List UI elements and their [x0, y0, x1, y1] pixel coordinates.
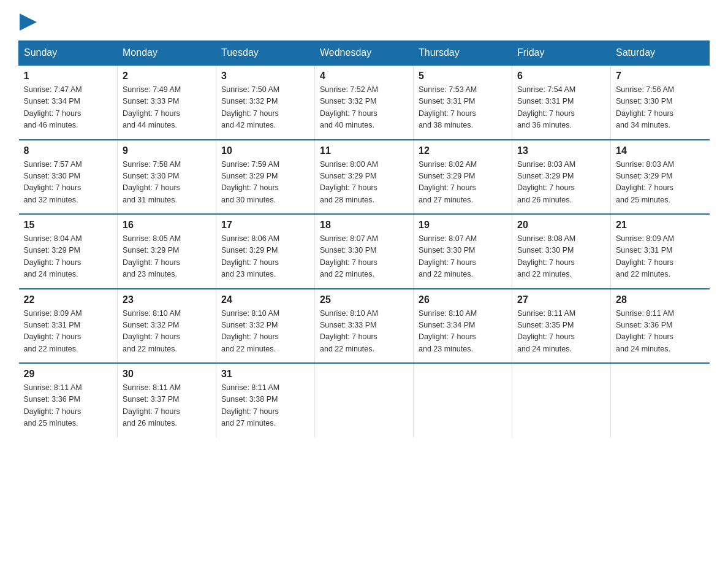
day-number: 31: [221, 369, 309, 380]
calendar-cell: 27Sunrise: 8:11 AM Sunset: 3:35 PM Dayli…: [512, 289, 611, 364]
calendar-cell: 28Sunrise: 8:11 AM Sunset: 3:36 PM Dayli…: [611, 289, 710, 364]
day-number: 4: [320, 71, 408, 82]
day-number: 8: [24, 145, 113, 156]
calendar-cell: 21Sunrise: 8:09 AM Sunset: 3:31 PM Dayli…: [611, 214, 710, 289]
day-number: 15: [24, 220, 113, 231]
calendar-cell: [315, 363, 414, 437]
calendar-cell: 17Sunrise: 8:06 AM Sunset: 3:29 PM Dayli…: [216, 214, 315, 289]
day-info: Sunrise: 8:10 AM Sunset: 3:32 PM Dayligh…: [123, 308, 211, 356]
calendar-cell: 31Sunrise: 8:11 AM Sunset: 3:38 PM Dayli…: [216, 363, 315, 437]
weekday-header-sunday: Sunday: [19, 41, 118, 66]
calendar-cell: 5Sunrise: 7:53 AM Sunset: 3:31 PM Daylig…: [414, 65, 512, 140]
calendar-cell: 4Sunrise: 7:52 AM Sunset: 3:32 PM Daylig…: [315, 65, 414, 140]
day-number: 17: [221, 220, 309, 231]
calendar-cell: 15Sunrise: 8:04 AM Sunset: 3:29 PM Dayli…: [19, 214, 118, 289]
day-info: Sunrise: 7:49 AM Sunset: 3:33 PM Dayligh…: [123, 84, 211, 132]
calendar-cell: 7Sunrise: 7:56 AM Sunset: 3:30 PM Daylig…: [611, 65, 710, 140]
weekday-header-row: SundayMondayTuesdayWednesdayThursdayFrid…: [19, 41, 710, 66]
calendar-cell: 26Sunrise: 8:10 AM Sunset: 3:34 PM Dayli…: [414, 289, 512, 364]
logo-triangle-icon: [20, 13, 37, 31]
day-number: 24: [221, 294, 309, 305]
day-info: Sunrise: 8:11 AM Sunset: 3:37 PM Dayligh…: [123, 382, 211, 430]
day-number: 23: [123, 294, 211, 305]
calendar-cell: 6Sunrise: 7:54 AM Sunset: 3:31 PM Daylig…: [512, 65, 611, 140]
calendar-week-row: 15Sunrise: 8:04 AM Sunset: 3:29 PM Dayli…: [19, 214, 710, 289]
day-number: 18: [320, 220, 408, 231]
calendar-week-row: 29Sunrise: 8:11 AM Sunset: 3:36 PM Dayli…: [19, 363, 710, 437]
day-number: 12: [419, 145, 507, 156]
weekday-header-tuesday: Tuesday: [216, 41, 315, 66]
weekday-header-thursday: Thursday: [414, 41, 512, 66]
calendar-cell: [611, 363, 710, 437]
calendar-cell: [512, 363, 611, 437]
day-info: Sunrise: 8:04 AM Sunset: 3:29 PM Dayligh…: [24, 233, 113, 281]
calendar-cell: 2Sunrise: 7:49 AM Sunset: 3:33 PM Daylig…: [118, 65, 216, 140]
calendar-week-row: 1Sunrise: 7:47 AM Sunset: 3:34 PM Daylig…: [19, 65, 710, 140]
calendar-cell: 1Sunrise: 7:47 AM Sunset: 3:34 PM Daylig…: [19, 65, 118, 140]
weekday-header-wednesday: Wednesday: [315, 41, 414, 66]
calendar-cell: 19Sunrise: 8:07 AM Sunset: 3:30 PM Dayli…: [414, 214, 512, 289]
day-info: Sunrise: 7:52 AM Sunset: 3:32 PM Dayligh…: [320, 84, 408, 132]
day-number: 6: [517, 71, 605, 82]
calendar-cell: 22Sunrise: 8:09 AM Sunset: 3:31 PM Dayli…: [19, 289, 118, 364]
weekday-header-monday: Monday: [118, 41, 216, 66]
calendar-cell: 29Sunrise: 8:11 AM Sunset: 3:36 PM Dayli…: [19, 363, 118, 437]
page-header: [18, 12, 710, 28]
day-info: Sunrise: 7:58 AM Sunset: 3:30 PM Dayligh…: [123, 159, 211, 207]
day-number: 20: [517, 220, 605, 231]
day-number: 30: [123, 369, 211, 380]
day-info: Sunrise: 8:09 AM Sunset: 3:31 PM Dayligh…: [24, 308, 113, 356]
day-number: 7: [616, 71, 705, 82]
day-info: Sunrise: 7:56 AM Sunset: 3:30 PM Dayligh…: [616, 84, 705, 132]
day-number: 14: [616, 145, 705, 156]
calendar-cell: 30Sunrise: 8:11 AM Sunset: 3:37 PM Dayli…: [118, 363, 216, 437]
day-info: Sunrise: 8:10 AM Sunset: 3:33 PM Dayligh…: [320, 308, 408, 356]
day-info: Sunrise: 8:08 AM Sunset: 3:30 PM Dayligh…: [517, 233, 605, 281]
calendar-cell: 12Sunrise: 8:02 AM Sunset: 3:29 PM Dayli…: [414, 140, 512, 215]
calendar-cell: 10Sunrise: 7:59 AM Sunset: 3:29 PM Dayli…: [216, 140, 315, 215]
day-number: 11: [320, 145, 408, 156]
day-number: 28: [616, 294, 705, 305]
calendar-cell: 18Sunrise: 8:07 AM Sunset: 3:30 PM Dayli…: [315, 214, 414, 289]
day-info: Sunrise: 8:02 AM Sunset: 3:29 PM Dayligh…: [419, 159, 507, 207]
calendar-week-row: 8Sunrise: 7:57 AM Sunset: 3:30 PM Daylig…: [19, 140, 710, 215]
day-info: Sunrise: 8:09 AM Sunset: 3:31 PM Dayligh…: [616, 233, 705, 281]
day-number: 27: [517, 294, 605, 305]
day-info: Sunrise: 8:00 AM Sunset: 3:29 PM Dayligh…: [320, 159, 408, 207]
day-number: 29: [24, 369, 113, 380]
weekday-header-saturday: Saturday: [611, 41, 710, 66]
day-number: 21: [616, 220, 705, 231]
day-number: 1: [24, 71, 113, 82]
day-info: Sunrise: 8:11 AM Sunset: 3:36 PM Dayligh…: [24, 382, 113, 430]
day-number: 26: [419, 294, 507, 305]
day-info: Sunrise: 8:06 AM Sunset: 3:29 PM Dayligh…: [221, 233, 309, 281]
day-info: Sunrise: 8:11 AM Sunset: 3:36 PM Dayligh…: [616, 308, 705, 356]
svg-marker-0: [20, 13, 37, 31]
day-number: 5: [419, 71, 507, 82]
day-number: 19: [419, 220, 507, 231]
day-info: Sunrise: 8:10 AM Sunset: 3:34 PM Dayligh…: [419, 308, 507, 356]
day-info: Sunrise: 8:03 AM Sunset: 3:29 PM Dayligh…: [616, 159, 705, 207]
day-info: Sunrise: 7:53 AM Sunset: 3:31 PM Dayligh…: [419, 84, 507, 132]
calendar-cell: 13Sunrise: 8:03 AM Sunset: 3:29 PM Dayli…: [512, 140, 611, 215]
day-number: 16: [123, 220, 211, 231]
calendar-cell: 8Sunrise: 7:57 AM Sunset: 3:30 PM Daylig…: [19, 140, 118, 215]
day-number: 10: [221, 145, 309, 156]
day-info: Sunrise: 8:07 AM Sunset: 3:30 PM Dayligh…: [419, 233, 507, 281]
calendar-cell: 14Sunrise: 8:03 AM Sunset: 3:29 PM Dayli…: [611, 140, 710, 215]
day-number: 3: [221, 71, 309, 82]
calendar-cell: 3Sunrise: 7:50 AM Sunset: 3:32 PM Daylig…: [216, 65, 315, 140]
calendar-cell: 25Sunrise: 8:10 AM Sunset: 3:33 PM Dayli…: [315, 289, 414, 364]
day-info: Sunrise: 7:47 AM Sunset: 3:34 PM Dayligh…: [24, 84, 113, 132]
day-info: Sunrise: 7:50 AM Sunset: 3:32 PM Dayligh…: [221, 84, 309, 132]
calendar-table: SundayMondayTuesdayWednesdayThursdayFrid…: [18, 40, 710, 437]
day-number: 9: [123, 145, 211, 156]
day-info: Sunrise: 8:03 AM Sunset: 3:29 PM Dayligh…: [517, 159, 605, 207]
day-info: Sunrise: 8:11 AM Sunset: 3:35 PM Dayligh…: [517, 308, 605, 356]
day-info: Sunrise: 8:07 AM Sunset: 3:30 PM Dayligh…: [320, 233, 408, 281]
day-number: 13: [517, 145, 605, 156]
calendar-cell: 9Sunrise: 7:58 AM Sunset: 3:30 PM Daylig…: [118, 140, 216, 215]
calendar-week-row: 22Sunrise: 8:09 AM Sunset: 3:31 PM Dayli…: [19, 289, 710, 364]
calendar-cell: 23Sunrise: 8:10 AM Sunset: 3:32 PM Dayli…: [118, 289, 216, 364]
calendar-cell: 16Sunrise: 8:05 AM Sunset: 3:29 PM Dayli…: [118, 214, 216, 289]
